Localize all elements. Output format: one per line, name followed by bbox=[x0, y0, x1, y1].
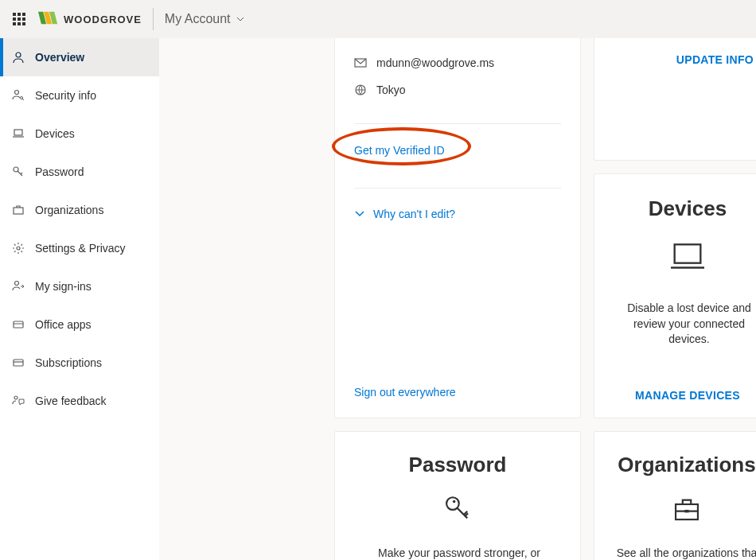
svg-point-10 bbox=[15, 282, 19, 286]
sidebar-item-give-feedback[interactable]: Give feedback bbox=[0, 382, 159, 420]
card-divider bbox=[354, 188, 561, 189]
svg-rect-11 bbox=[14, 321, 23, 328]
organizations-card: Organizations See all the organizations … bbox=[594, 431, 756, 560]
sidebar-item-label: Subscriptions bbox=[35, 356, 102, 369]
sidebar-item-overview[interactable]: Overview bbox=[0, 38, 159, 76]
sidebar-item-label: Give feedback bbox=[35, 395, 107, 407]
sidebar-item-label: Devices bbox=[35, 127, 75, 140]
account-dropdown[interactable]: My Account bbox=[165, 12, 245, 26]
svg-point-4 bbox=[15, 91, 19, 95]
svg-rect-8 bbox=[14, 208, 23, 214]
sidebar-item-password[interactable]: Password bbox=[0, 153, 159, 191]
profile-email-row: mdunn@woodgrove.ms bbox=[354, 56, 561, 69]
sidebar-item-subscriptions[interactable]: Subscriptions bbox=[0, 344, 159, 382]
sidebar-item-label: Security info bbox=[35, 89, 96, 102]
person-icon bbox=[11, 50, 25, 64]
card-divider bbox=[354, 123, 561, 124]
svg-rect-12 bbox=[14, 360, 23, 366]
svg-point-3 bbox=[16, 52, 21, 57]
gear-icon bbox=[11, 241, 25, 255]
brand-logo[interactable]: WOODGROVE bbox=[38, 10, 142, 29]
sidebar-item-devices[interactable]: Devices bbox=[0, 115, 159, 153]
manage-devices-label: MANAGE DEVICES bbox=[635, 389, 740, 402]
sidebar-item-settings-privacy[interactable]: Settings & Privacy bbox=[0, 229, 159, 267]
signin-icon bbox=[11, 279, 25, 294]
password-description: Make your password stronger, or change i… bbox=[354, 546, 561, 560]
chevron-down-icon bbox=[354, 208, 365, 220]
profile-location: Tokyo bbox=[376, 84, 406, 96]
svg-rect-16 bbox=[675, 244, 701, 262]
why-cant-edit-link[interactable]: Why can't I edit? bbox=[354, 208, 561, 220]
organizations-description: See all the organizations that you're a … bbox=[606, 546, 756, 560]
svg-rect-6 bbox=[14, 130, 22, 135]
svg-rect-20 bbox=[684, 510, 688, 512]
update-info-label: UPDATE INFO bbox=[676, 53, 754, 66]
sign-out-everywhere-link[interactable]: Sign out everywhere bbox=[354, 367, 561, 399]
why-cant-edit-label: Why can't I edit? bbox=[373, 208, 455, 220]
sidebar-item-label: Office apps bbox=[35, 318, 92, 331]
card-icon bbox=[11, 356, 25, 370]
organizations-title: Organizations bbox=[618, 453, 755, 477]
sidebar-item-label: Settings & Privacy bbox=[35, 242, 126, 255]
devices-card: Devices Disable a lost device and review… bbox=[594, 173, 756, 418]
profile-email: mdunn@woodgrove.ms bbox=[376, 56, 494, 69]
profile-card: mdunn@woodgrove.ms Tokyo Get my Verified… bbox=[334, 38, 581, 418]
update-info-link[interactable]: UPDATE INFO bbox=[676, 53, 756, 66]
sidebar-item-label: Overview bbox=[35, 51, 84, 64]
svg-point-9 bbox=[17, 247, 20, 250]
waffle-icon[interactable] bbox=[6, 6, 32, 32]
update-info-card: UPDATE INFO bbox=[594, 38, 756, 161]
feedback-icon bbox=[11, 394, 25, 408]
sidebar-item-office-apps[interactable]: Office apps bbox=[0, 305, 159, 344]
password-title: Password bbox=[409, 453, 507, 477]
apps-icon bbox=[11, 317, 25, 332]
woodgrove-logo-icon bbox=[38, 10, 60, 29]
globe-icon bbox=[354, 84, 367, 96]
header-divider bbox=[153, 8, 154, 30]
profile-location-row: Tokyo bbox=[354, 84, 561, 96]
laptop-icon bbox=[11, 126, 25, 141]
sidebar-item-organizations[interactable]: Organizations bbox=[0, 191, 159, 229]
sidebar-item-label: Password bbox=[35, 165, 84, 178]
svg-point-18 bbox=[453, 500, 455, 503]
key-icon bbox=[11, 165, 25, 179]
app-header: WOODGROVE My Account bbox=[0, 0, 756, 38]
briefcase-large-icon bbox=[664, 493, 709, 527]
sidebar-item-label: Organizations bbox=[35, 204, 103, 216]
manage-devices-link[interactable]: MANAGE DEVICES bbox=[635, 389, 740, 402]
mail-icon bbox=[354, 56, 367, 69]
account-dropdown-label: My Account bbox=[165, 12, 231, 26]
laptop-large-icon bbox=[665, 237, 710, 282]
sidebar-item-my-signins[interactable]: My sign-ins bbox=[0, 267, 159, 305]
password-card: Password Make your password stronger, or… bbox=[334, 431, 581, 560]
key-large-icon bbox=[435, 493, 480, 527]
briefcase-icon bbox=[11, 203, 25, 217]
svg-point-13 bbox=[14, 396, 18, 399]
key-person-icon bbox=[11, 88, 25, 103]
devices-title: Devices bbox=[649, 196, 727, 221]
chevron-down-icon bbox=[236, 14, 245, 24]
sidebar-item-security-info[interactable]: Security info bbox=[0, 76, 159, 115]
main-content: mdunn@woodgrove.ms Tokyo Get my Verified… bbox=[159, 38, 756, 560]
brand-text: WOODGROVE bbox=[64, 14, 142, 25]
devices-description: Disable a lost device and review your co… bbox=[607, 301, 756, 348]
sidebar: Overview Security info Devices Password … bbox=[0, 38, 159, 560]
sidebar-item-label: My sign-ins bbox=[35, 280, 92, 293]
get-verified-id-link[interactable]: Get my Verified ID bbox=[354, 144, 445, 157]
